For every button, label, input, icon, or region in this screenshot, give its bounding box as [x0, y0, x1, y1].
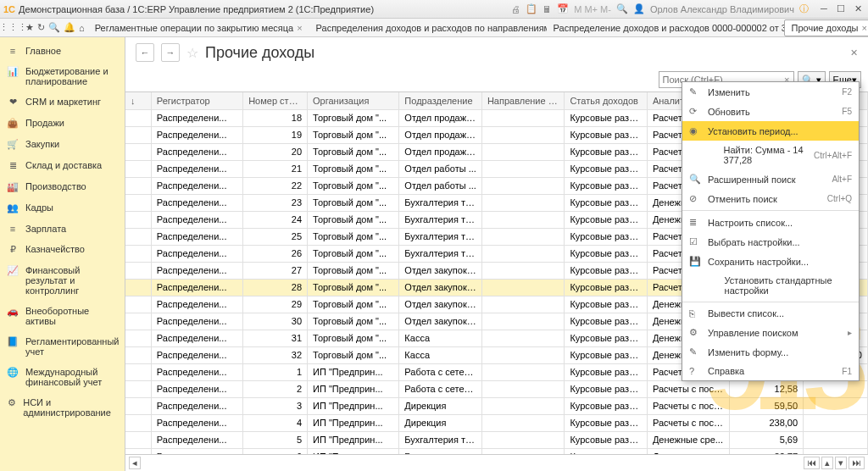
menu-label: Установить период... [708, 126, 798, 136]
sidebar-label: Продажи [25, 118, 64, 128]
menu-item[interactable]: ⊘Отменить поискCtrl+Q [682, 189, 859, 208]
star-icon[interactable]: ★ [25, 19, 34, 36]
tab[interactable]: Прочие доходы× [784, 19, 868, 36]
search-icon-tb[interactable]: 🔍 [48, 19, 60, 36]
back-button[interactable]: ← [136, 43, 154, 62]
menu-item[interactable]: Найти: Сумма - 14 377,28Ctrl+Alt+F [682, 141, 859, 169]
table-row[interactable]: Распределени...2ИП "Предприн...Работа с … [125, 380, 868, 397]
history-icon[interactable]: ↻ [37, 19, 45, 36]
window-title: Демонстрационная база / 1C:ERP Управлени… [19, 4, 511, 14]
print-icon[interactable]: 🖨 [511, 4, 520, 14]
sidebar-icon: ⚙ [7, 397, 16, 408]
sidebar-label: CRM и маркетинг [25, 97, 101, 107]
menu-label: Расширенный поиск [708, 175, 796, 185]
sidebar-icon: 🚗 [7, 306, 19, 317]
sidebar-item[interactable]: 📈Финансовый результат и контроллинг [0, 260, 125, 301]
sidebar-item[interactable]: 📊Бюджетирование и планирование [0, 61, 125, 91]
menu-item[interactable]: 💾Сохранить настройки... [682, 252, 859, 271]
scroll-down[interactable]: ▾ [835, 457, 847, 469]
favorite-icon[interactable]: ☆ [186, 45, 198, 61]
sidebar-item[interactable]: 👜Продажи [0, 113, 125, 134]
sidebar-item[interactable]: ₽Казначейство [0, 239, 125, 260]
tab-close-icon[interactable]: × [862, 19, 867, 36]
menu-label: Управление поиском [708, 328, 798, 338]
menu-icon: ◉ [689, 125, 701, 136]
info-icon[interactable]: ⓘ [799, 3, 809, 15]
scroll-left[interactable]: ◂ [129, 457, 141, 469]
column-header[interactable]: Статья доходов [565, 92, 648, 109]
menu-item[interactable]: ✎Изменить форму... [682, 342, 859, 362]
menu-icon: ? [689, 366, 701, 376]
close-page-icon[interactable]: ✕ [850, 47, 858, 58]
menu-item[interactable]: ⚙Управление поиском▸ [682, 323, 859, 342]
menu-item[interactable]: Установить стандартные настройки [682, 271, 859, 300]
sidebar-label: Зарплата [25, 224, 66, 234]
menu-label: Найти: Сумма - 14 377,28 [724, 145, 807, 165]
scroll-first[interactable]: ⏮ [804, 457, 820, 469]
close-button[interactable]: ✕ [851, 3, 865, 14]
table-row[interactable]: Распределени...4ИП "Предприн...ДирекцияК… [125, 414, 868, 431]
sidebar-item[interactable]: ≡Главное [0, 41, 125, 61]
sidebar-item[interactable]: 🏭Производство [0, 176, 125, 197]
column-header[interactable]: Номер строки [243, 92, 308, 109]
sidebar-item[interactable]: 🌐Международный финансовый учет [0, 362, 125, 392]
tab[interactable]: Распределение доходов и расходов 0000-00… [547, 19, 784, 36]
home-icon[interactable]: ⌂ [79, 19, 85, 36]
menu-item[interactable]: ≣Настроить список... [682, 213, 859, 232]
maximize-button[interactable]: ☐ [834, 3, 848, 14]
menu-item[interactable]: ✎ИзменитьF2 [682, 82, 859, 102]
menu-item[interactable]: ⟳ОбновитьF5 [682, 102, 859, 121]
minimize-button[interactable]: ─ [817, 3, 831, 14]
tab[interactable]: Регламентные операции по закрытию месяца… [88, 19, 309, 36]
column-header[interactable]: Направление де... [481, 92, 565, 109]
tab[interactable]: Распределения доходов и расходов по напр… [309, 19, 547, 36]
copy-icon[interactable]: 📋 [526, 3, 537, 14]
column-header[interactable]: ↓ [125, 92, 151, 109]
scroll-up[interactable]: ▴ [821, 457, 833, 469]
table-row[interactable]: Распределени...6ИП "Предприн...Бухгалтер… [125, 448, 868, 454]
sidebar-item[interactable]: 🛒Закупки [0, 134, 125, 155]
forward-button[interactable]: → [161, 43, 180, 62]
sidebar-label: Внеоборотные активы [25, 306, 118, 326]
tab-close-icon[interactable]: × [297, 19, 302, 36]
menu-item[interactable]: ☑Выбрать настройки... [682, 232, 859, 252]
menu-label: Обновить [708, 107, 750, 117]
menu-item[interactable]: 🔍Расширенный поискAlt+F [682, 169, 859, 189]
user-name: Орлов Александр Владимирович [650, 4, 794, 14]
menu-icon: ⟳ [689, 106, 701, 117]
m-icon[interactable]: M M+ M- [574, 4, 611, 14]
sidebar-item[interactable]: ≡Зарплата [0, 219, 125, 239]
sidebar-label: Регламентированный учет [25, 336, 120, 357]
sidebar-item[interactable]: ❤CRM и маркетинг [0, 91, 125, 113]
sidebar-item[interactable]: 📘Регламентированный учет [0, 331, 125, 362]
bell-icon[interactable]: 🔔 [64, 19, 75, 36]
sidebar-item[interactable]: 👥Кадры [0, 197, 125, 219]
menu-item[interactable]: ◉Установить период... [682, 121, 859, 141]
sidebar-label: Международный финансовый учет [25, 367, 118, 387]
menu-item[interactable]: ?СправкаF1 [682, 362, 859, 380]
column-header[interactable]: Подразделение [399, 92, 482, 109]
sidebar-item[interactable]: ⚙НСИ и администрирование [0, 392, 125, 423]
user-icon: 👤 [633, 3, 645, 14]
menu-icon: 🔍 [689, 174, 701, 185]
sidebar: ≡Главное📊Бюджетирование и планирование❤C… [0, 37, 125, 471]
table-row[interactable]: Распределени...5ИП "Предприн...Бухгалтер… [125, 431, 868, 448]
cal-icon[interactable]: 📅 [557, 3, 569, 14]
search-icon[interactable]: 🔍 [616, 3, 628, 14]
menu-label: Настроить список... [708, 218, 793, 228]
sidebar-icon: ≡ [7, 224, 19, 234]
menu-shortcut: Ctrl+Alt+F [814, 151, 852, 160]
column-header[interactable]: Регистратор [151, 92, 242, 109]
sidebar-item[interactable]: ≣Склад и доставка [0, 155, 125, 176]
scroll-last[interactable]: ⏭ [849, 457, 865, 469]
column-header[interactable]: Организация [308, 92, 399, 109]
app-icon: 1С [3, 4, 15, 14]
sidebar-icon: 🏭 [7, 181, 19, 192]
apps-icon[interactable]: ⋮⋮⋮ [3, 19, 22, 36]
menu-item[interactable]: ⎘Вывести список... [682, 304, 859, 323]
sidebar-item[interactable]: 🚗Внеоборотные активы [0, 301, 125, 331]
menu-label: Вывести список... [708, 308, 784, 319]
calc-icon[interactable]: 🖩 [542, 4, 552, 14]
table-row[interactable]: Распределени...3ИП "Предприн...ДирекцияК… [125, 397, 868, 414]
menu-icon: ⚙ [689, 327, 701, 338]
